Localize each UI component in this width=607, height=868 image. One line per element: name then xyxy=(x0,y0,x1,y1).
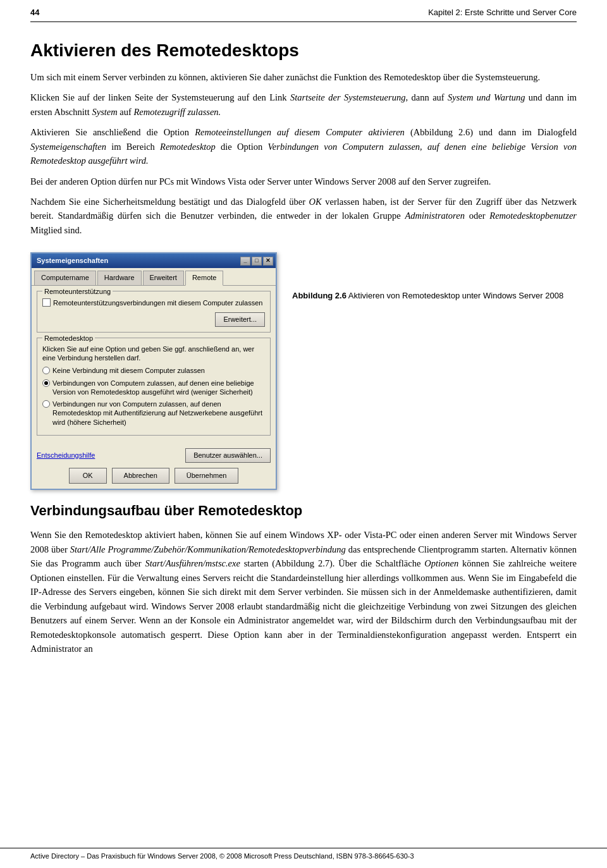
chapter-title: Kapitel 2: Erste Schritte und Server Cor… xyxy=(428,6,577,19)
paragraph-4: Bei der anderen Option dürfen nur PCs mi… xyxy=(30,174,577,188)
erweitert-btn-row: Erweitert... xyxy=(42,312,265,327)
paragraph-3: Aktivieren Sie anschließend die Option R… xyxy=(30,125,577,168)
close-button[interactable]: ✕ xyxy=(263,257,273,266)
remote-support-checkbox-label: Remoteunterstützungsverbindungen mit die… xyxy=(53,298,262,309)
paragraph-5: Nachdem Sie eine Sicherheitsmeldung best… xyxy=(30,195,577,237)
remote-support-checkbox[interactable] xyxy=(42,298,51,307)
dialog-ok-row: OK Abbrechen Übernehmen xyxy=(32,468,276,489)
radio-row-1: Verbindungen von Computern zulassen, auf… xyxy=(42,379,265,397)
dialog-area: Systemeigenschaften _ □ ✕ Computername H… xyxy=(30,252,577,490)
radio-any-version-label: Verbindungen von Computern zulassen, auf… xyxy=(52,379,265,397)
entscheidungshilfe-link[interactable]: Entscheidungshilfe xyxy=(37,450,95,461)
dialog-bottom-row: Entscheidungshilfe Benutzer auswählen... xyxy=(32,446,276,468)
page-number: 44 xyxy=(30,6,39,19)
ok-button[interactable]: OK xyxy=(69,468,107,484)
figure-caption: Abbildung 2.6 Aktivieren von Remotedeskt… xyxy=(292,252,577,302)
page-header: 44 Kapitel 2: Erste Schritte und Server … xyxy=(30,0,577,22)
footer-text: Active Directory – Das Praxisbuch für Wi… xyxy=(30,852,414,860)
caption-text: Aktivieren von Remotedesktop unter Windo… xyxy=(348,291,563,300)
radio-row-0: Keine Verbindung mit diesem Computer zul… xyxy=(42,366,265,375)
radio-none[interactable] xyxy=(42,367,50,374)
paragraph-2: Klicken Sie auf der linken Seite der Sys… xyxy=(30,90,577,119)
radio-row-2: Verbindungen nur von Computern zulassen,… xyxy=(42,400,265,427)
radio-any-version[interactable] xyxy=(42,379,50,387)
radio-group: Keine Verbindung mit diesem Computer zul… xyxy=(42,366,265,427)
erweitert-button[interactable]: Erweitert... xyxy=(215,312,265,327)
radio-nla[interactable] xyxy=(42,400,50,408)
cancel-button[interactable]: Abbrechen xyxy=(112,468,169,484)
caption-label: Abbildung 2.6 xyxy=(292,291,346,300)
page: 44 Kapitel 2: Erste Schritte und Server … xyxy=(0,0,607,868)
remote-desktop-content: Klicken Sie auf eine Option und geben Si… xyxy=(42,345,265,427)
tab-hardware[interactable]: Hardware xyxy=(97,271,142,284)
paragraph-1: Um sich mit einem Server verbinden zu kö… xyxy=(30,70,577,84)
apply-button[interactable]: Übernehmen xyxy=(175,468,239,484)
remote-support-label: Remoteunterstützung xyxy=(42,286,113,297)
dialog-title: Systemeigenschaften xyxy=(37,255,108,266)
remote-desktop-group: Remotedesktop Klicken Sie auf eine Optio… xyxy=(37,338,271,436)
radio-none-label: Keine Verbindung mit diesem Computer zul… xyxy=(52,366,205,375)
radio-nla-label: Verbindungen nur von Computern zulassen,… xyxy=(52,400,265,427)
dialog-titlebar: Systemeigenschaften _ □ ✕ xyxy=(32,254,276,268)
remote-support-content: Remoteunterstützungsverbindungen mit die… xyxy=(42,298,265,327)
minimize-button[interactable]: _ xyxy=(240,257,250,266)
section2-paragraph-1: Wenn Sie den Remotedesktop aktiviert hab… xyxy=(30,528,577,656)
remote-desktop-desc: Klicken Sie auf eine Option und geben Si… xyxy=(42,345,265,363)
tab-erweitert[interactable]: Erweitert xyxy=(143,271,184,284)
dialog-content: Remoteunterstützung Remoteunterstützungs… xyxy=(32,286,276,446)
remote-support-group: Remoteunterstützung Remoteunterstützungs… xyxy=(37,291,271,333)
section1-heading: Aktivieren des Remotedesktops xyxy=(30,40,577,61)
remote-desktop-label: Remotedesktop xyxy=(42,333,95,344)
tab-remote[interactable]: Remote xyxy=(185,271,224,285)
titlebar-buttons: _ □ ✕ xyxy=(240,257,273,266)
section2-heading: Verbindungsaufbau über Remotedesktop xyxy=(30,503,577,519)
tab-computername[interactable]: Computername xyxy=(34,271,96,284)
dialog-tabs: Computername Hardware Erweitert Remote xyxy=(32,268,276,285)
select-users-button[interactable]: Benutzer auswählen... xyxy=(185,448,271,463)
page-footer: Active Directory – Das Praxisbuch für Wi… xyxy=(0,848,607,862)
system-properties-dialog[interactable]: Systemeigenschaften _ □ ✕ Computername H… xyxy=(30,252,277,490)
maximize-button[interactable]: □ xyxy=(252,257,262,266)
remote-support-checkbox-row: Remoteunterstützungsverbindungen mit die… xyxy=(42,298,265,309)
